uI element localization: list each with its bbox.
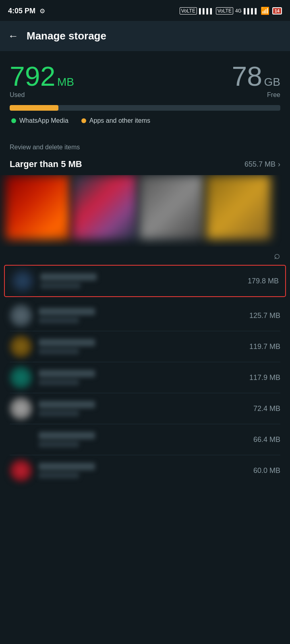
chat-sub-7 — [39, 473, 79, 478]
chat-avatar-7 — [10, 459, 32, 482]
larger-than-title: Larger than 5 MB — [10, 159, 82, 169]
free-amount-display: 78 GB — [232, 62, 280, 90]
larger-than-size-value: 655.7 MB — [244, 160, 276, 169]
chat-info-2 — [39, 308, 243, 323]
storage-progress-bar — [10, 105, 280, 111]
chat-avatar-3 — [10, 335, 32, 358]
chat-info-5 — [39, 401, 247, 416]
signal-bars-icon: ▌▌▌▌ — [199, 8, 214, 14]
chat-size-7: 60.0 MB — [253, 466, 280, 475]
chat-sub-1 — [40, 283, 81, 289]
legend-label-apps: Apps and other items — [89, 117, 150, 124]
media-thumbnail-1 — [6, 175, 70, 239]
status-bar: 4:05 PM ⚙ VoLTE ▌▌▌▌ VoLTE 4G ▌▌▌▌ 📶 14 — [0, 0, 290, 21]
chat-avatar-6 — [10, 428, 32, 451]
chat-avatar-2 — [10, 304, 32, 327]
media-thumbnail-3 — [139, 175, 204, 239]
free-section: 78 GB Free — [232, 62, 280, 99]
larger-than-size: 655.7 MB › — [244, 160, 280, 169]
chat-name-6 — [39, 432, 95, 439]
chat-name-1 — [40, 273, 97, 281]
legend-whatsapp: WhatsApp Media — [11, 117, 68, 124]
chat-list-item-4[interactable]: 117.9 MB — [0, 362, 290, 393]
page-title: Manage storage — [27, 30, 106, 42]
chat-size-5: 72.4 MB — [253, 405, 280, 413]
chat-sub-5 — [39, 411, 79, 416]
chevron-right-icon: › — [278, 160, 280, 169]
chat-list-item-5[interactable]: 72.4 MB — [0, 393, 290, 424]
legend-dot-apps — [81, 118, 86, 123]
free-label: Free — [232, 91, 280, 99]
free-number: 78 — [232, 61, 262, 91]
signal-4g-icon: 4G — [235, 8, 242, 14]
chat-name-5 — [39, 401, 95, 408]
chat-size-3: 119.7 MB — [249, 343, 280, 351]
back-button[interactable]: ← — [8, 30, 19, 42]
chat-name-7 — [39, 463, 95, 470]
status-icons: VoLTE ▌▌▌▌ VoLTE 4G ▌▌▌▌ 📶 14 — [180, 6, 282, 15]
legend-apps: Apps and other items — [81, 117, 150, 124]
search-row: ⌕ — [0, 247, 290, 265]
chat-info-6 — [39, 432, 247, 447]
battery-icon: 14 — [272, 7, 282, 14]
chat-list-item-2[interactable]: 125.7 MB — [0, 300, 290, 331]
page-header: ← Manage storage — [0, 21, 290, 51]
storage-summary: 792 MB Used 78 GB Free WhatsApp Media Ap… — [0, 51, 290, 134]
chat-avatar-4 — [10, 366, 32, 389]
chat-name-3 — [39, 339, 95, 346]
chat-size-2: 125.7 MB — [249, 312, 280, 320]
media-thumbnail-2 — [72, 175, 137, 239]
progress-bar-fill — [10, 105, 58, 111]
chat-list-item-6[interactable]: 66.4 MB — [0, 424, 290, 455]
media-preview-row[interactable] — [0, 175, 290, 247]
chat-list-item-7[interactable]: 60.0 MB — [0, 455, 290, 486]
chat-sub-2 — [39, 318, 79, 323]
search-icon[interactable]: ⌕ — [274, 249, 280, 262]
chat-size-4: 117.9 MB — [249, 374, 280, 382]
chat-size-6: 66.4 MB — [253, 436, 280, 444]
settings-icon: ⚙ — [39, 7, 45, 15]
signal-bars2-icon: ▌▌▌▌ — [244, 8, 259, 14]
storage-legend: WhatsApp Media Apps and other items — [10, 117, 280, 124]
chat-name-2 — [39, 308, 95, 315]
used-label: Used — [10, 91, 74, 99]
chat-info-7 — [39, 463, 247, 478]
signal-vo-icon: VoLTE — [180, 7, 197, 14]
chat-list-item-1[interactable]: 179.8 MB — [4, 265, 286, 297]
chat-avatar-1 — [11, 270, 34, 292]
used-amount-display: 792 MB — [10, 62, 74, 90]
wifi-icon: 📶 — [261, 6, 269, 15]
status-time: 4:05 PM — [8, 7, 35, 15]
storage-numbers: 792 MB Used 78 GB Free — [10, 62, 280, 99]
used-number: 792 — [10, 61, 55, 91]
chat-sub-3 — [39, 349, 79, 354]
chat-avatar-5 — [10, 397, 32, 420]
chat-info-3 — [39, 339, 243, 354]
chat-info-4 — [39, 370, 243, 385]
review-section-header: Review and delete items — [0, 134, 290, 155]
chat-name-4 — [39, 370, 95, 377]
used-unit: MB — [57, 76, 74, 88]
legend-label-whatsapp: WhatsApp Media — [19, 117, 68, 124]
chat-sub-6 — [39, 442, 79, 447]
larger-than-row[interactable]: Larger than 5 MB 655.7 MB › — [0, 155, 290, 175]
chat-info-1 — [40, 273, 241, 289]
media-thumbnail-4 — [206, 175, 271, 239]
legend-dot-whatsapp — [11, 118, 16, 123]
signal-vo2-icon: VoLTE — [216, 7, 233, 14]
used-section: 792 MB Used — [10, 62, 74, 99]
chat-size-1: 179.8 MB — [248, 277, 279, 285]
chat-sub-4 — [39, 380, 79, 385]
free-unit: GB — [264, 76, 280, 88]
chat-list-item-3[interactable]: 119.7 MB — [0, 331, 290, 362]
